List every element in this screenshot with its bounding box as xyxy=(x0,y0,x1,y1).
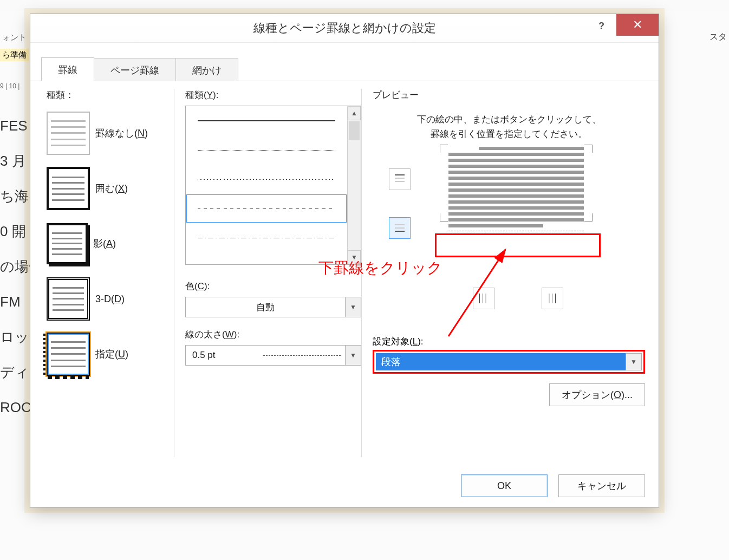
apply-to-value: 段落 xyxy=(376,353,626,370)
width-label: 線の太さ(W): xyxy=(185,328,361,341)
setting-none-label: 罫線なし(N) xyxy=(95,127,148,140)
preview-hint: 下の絵の中、またはボタンをクリックして、罫線を引く位置を指定してください。 xyxy=(414,112,604,141)
setting-shadow-label: 影(A) xyxy=(93,237,116,250)
tab-strip: 罫線 ページ罫線 網かけ xyxy=(30,58,659,81)
setting-box-icon[interactable] xyxy=(47,167,90,210)
style-panel-hint: スタ xyxy=(710,31,727,43)
width-combo[interactable]: 0.5 pt ▼ xyxy=(185,345,361,366)
color-value: 自動 xyxy=(186,301,345,314)
annotation-arrow-icon xyxy=(443,244,524,342)
borders-and-shading-dialog: 線種とページ罫線と網かけの設定 ? ✕ 罫線 ページ罫線 網かけ 種類： 罫線な… xyxy=(30,14,659,507)
setting-3d-label: 3-D(D) xyxy=(95,294,125,305)
svg-rect-4 xyxy=(395,227,405,229)
style-header: 種類(Y): xyxy=(185,89,361,101)
bg-prep-label: ら準備 xyxy=(0,49,29,61)
cancel-button[interactable]: キャンセル xyxy=(558,474,645,497)
document-text: FES 3 月 ち海 0 開 の場合 FM ロッ ディ ROC xyxy=(0,108,32,425)
bg-font-label: ォント xyxy=(2,32,27,43)
tab-shading[interactable]: 網かけ xyxy=(175,58,238,81)
annotation-text: 下罫線をクリック xyxy=(318,258,442,278)
line-style-selected[interactable] xyxy=(186,194,347,223)
setting-3d-icon[interactable] xyxy=(47,277,90,321)
style-list-scrollbar[interactable]: ▲ ▼ xyxy=(347,106,361,264)
width-sample-icon xyxy=(263,355,341,356)
border-right-button[interactable] xyxy=(542,288,563,309)
tab-borders[interactable]: 罫線 xyxy=(41,57,94,81)
apply-to-combo[interactable]: 段落 ▼ xyxy=(376,353,642,370)
setting-none-icon[interactable] xyxy=(47,112,90,155)
svg-rect-5 xyxy=(395,231,405,232)
svg-rect-9 xyxy=(549,294,550,303)
preview-box: 下罫線をクリック xyxy=(373,147,645,325)
annotation-highlight-applyto: 段落 ▼ xyxy=(373,350,645,374)
setting-header: 種類： xyxy=(47,89,174,101)
scroll-up-icon[interactable]: ▲ xyxy=(348,106,361,120)
ok-button[interactable]: OK xyxy=(461,474,548,497)
border-bottom-button[interactable] xyxy=(389,217,411,239)
svg-rect-11 xyxy=(555,294,556,303)
dropdown-icon[interactable]: ▼ xyxy=(345,346,361,365)
svg-rect-0 xyxy=(395,174,405,175)
setting-shadow-icon[interactable] xyxy=(47,223,88,264)
width-value: 0.5 pt xyxy=(186,350,263,361)
tab-page-border[interactable]: ページ罫線 xyxy=(94,58,176,81)
dialog-titlebar: 線種とページ罫線と網かけの設定 ? ✕ xyxy=(30,14,659,43)
svg-rect-1 xyxy=(395,178,405,179)
line-style-list[interactable]: ▲ ▼ xyxy=(185,106,361,265)
setting-box-label: 囲む(X) xyxy=(95,182,128,195)
paragraph-preview[interactable] xyxy=(448,147,584,231)
close-button[interactable]: ✕ xyxy=(616,14,659,36)
svg-line-12 xyxy=(448,250,505,336)
dropdown-icon[interactable]: ▼ xyxy=(626,353,642,370)
svg-rect-3 xyxy=(395,224,405,225)
preview-header: プレビュー xyxy=(373,89,645,101)
svg-rect-10 xyxy=(552,294,553,303)
color-combo[interactable]: 自動 ▼ xyxy=(185,297,361,317)
dropdown-icon[interactable]: ▼ xyxy=(345,297,361,317)
help-button[interactable]: ? xyxy=(598,21,604,32)
ruler-fragment: 9 | 10 | xyxy=(0,82,19,90)
border-top-button[interactable] xyxy=(389,168,411,190)
svg-rect-2 xyxy=(395,181,405,182)
color-label: 色(C): xyxy=(185,280,361,292)
dialog-title: 線種とページ罫線と網かけの設定 xyxy=(30,20,659,36)
setting-custom-icon[interactable] xyxy=(47,333,90,376)
setting-custom-label: 指定(U) xyxy=(95,348,128,361)
options-button[interactable]: オプション(O)... xyxy=(549,383,645,406)
